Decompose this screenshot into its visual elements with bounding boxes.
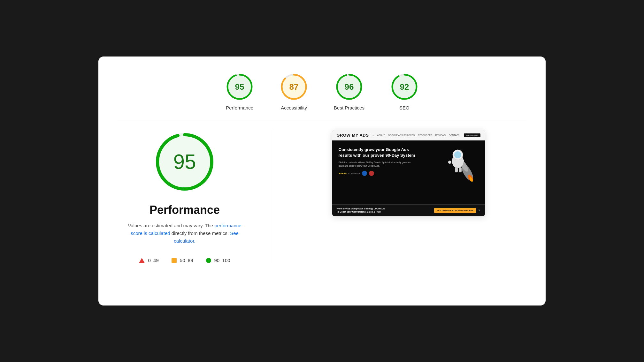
score-item-seo: 92 SEO: [390, 72, 419, 110]
score-item-performance: 95 Performance: [225, 72, 254, 110]
big-title: Performance: [150, 203, 220, 217]
vertical-divider: [271, 130, 271, 263]
preview-banner-close[interactable]: ×: [479, 208, 480, 212]
description: Values are estimated and may vary. The p…: [124, 222, 245, 245]
score-circle-accessibility: 87: [280, 72, 308, 101]
preview-banner-text: Want a FREE Google Ads Strategy UPGRADE …: [337, 207, 388, 214]
legend-item-pass: 90–100: [206, 258, 230, 263]
preview-hero-sub: Ditch the contracts with our 90-Day Grow…: [339, 161, 416, 168]
legend-triangle-icon: [139, 258, 145, 263]
legend-range-fail: 0–49: [148, 258, 158, 263]
score-circle-seo: 92: [390, 72, 419, 101]
divider: [118, 120, 526, 120]
big-performance-circle: 95: [153, 130, 217, 194]
preview-logo: GROW MY ADS: [337, 133, 369, 138]
score-value-seo: 92: [390, 72, 419, 101]
preview-cta-button[interactable]: FREE Analysis: [464, 133, 480, 137]
score-label-best-practices: Best Practices: [334, 105, 364, 110]
description-prefix: Values are estimated and may vary. The: [128, 223, 214, 228]
svg-point-21: [454, 151, 461, 158]
main-window: 95 Performance 87 Accessibility: [98, 57, 546, 305]
legend: 0–4950–8990–100: [139, 258, 230, 263]
badge-2: [369, 171, 374, 176]
legend-square-icon: [172, 258, 177, 263]
review-count: 47 REVIEWS: [349, 172, 360, 174]
right-panel: GROW MY ADS ⌂ABOUTGOOGLE ADS SERVICESRES…: [290, 130, 526, 216]
main-content: 95 Performance Values are estimated and …: [118, 130, 526, 263]
score-circle-performance: 95: [225, 72, 254, 101]
left-panel: 95 Performance Values are estimated and …: [118, 130, 252, 263]
preview-banner: Want a FREE Google Ads Strategy UPGRADE …: [332, 204, 485, 216]
legend-item-fail: 0–49: [139, 258, 158, 263]
star-rating: ★★★★★: [339, 172, 347, 175]
legend-range-pass: 90–100: [214, 258, 230, 263]
preview-banner-actions: YES! UPGRADE MY GOOGLE ADS NOW ×: [434, 208, 480, 213]
site-preview: GROW MY ADS ⌂ABOUTGOOGLE ADS SERVICESRES…: [332, 130, 485, 216]
preview-nav-item-2[interactable]: GOOGLE ADS SERVICES: [388, 134, 415, 136]
legend-item-warn: 50–89: [172, 258, 193, 263]
score-label-performance: Performance: [226, 105, 253, 110]
preview-nav-item-0[interactable]: ⌂: [372, 134, 374, 136]
score-label-accessibility: Accessibility: [281, 105, 307, 110]
preview-nav-item-3[interactable]: RESOURCES: [418, 134, 432, 136]
preview-hero-text: Consistently grow your Google Ads result…: [339, 147, 416, 176]
score-value-performance: 95: [225, 72, 254, 101]
score-item-best-practices: 96 Best Practices: [334, 72, 364, 110]
score-value-accessibility: 87: [280, 72, 308, 101]
legend-circle-icon: [206, 258, 211, 263]
score-value-best-practices: 96: [335, 72, 364, 101]
legend-range-warn: 50–89: [180, 258, 193, 263]
description-middle: directly from these metrics.: [170, 230, 230, 236]
svg-point-24: [448, 161, 451, 164]
preview-badges: ★★★★★ 47 REVIEWS: [339, 171, 416, 176]
score-label-seo: SEO: [399, 105, 410, 110]
preview-nav: ⌂ABOUTGOOGLE ADS SERVICESRESOURCESREVIEW…: [372, 133, 480, 137]
preview-hero-title: Consistently grow your Google Ads result…: [339, 147, 416, 158]
preview-hero-image: [440, 144, 482, 185]
preview-nav-item-5[interactable]: CONTACT: [449, 134, 459, 136]
preview-banner-btn[interactable]: YES! UPGRADE MY GOOGLE ADS NOW: [434, 208, 476, 213]
svg-rect-25: [455, 167, 458, 172]
preview-hero: Consistently grow your Google Ads result…: [332, 140, 485, 204]
score-circle-best-practices: 96: [335, 72, 364, 101]
score-item-accessibility: 87 Accessibility: [280, 72, 308, 110]
badge-1: [362, 171, 367, 176]
preview-nav-item-4[interactable]: REVIEWS: [435, 134, 446, 136]
big-score-value: 95: [153, 130, 217, 194]
svg-rect-26: [459, 167, 462, 172]
scores-row: 95 Performance 87 Accessibility: [118, 72, 526, 110]
preview-nav-item-1[interactable]: ABOUT: [377, 134, 385, 136]
preview-header: GROW MY ADS ⌂ABOUTGOOGLE ADS SERVICESRES…: [332, 130, 485, 140]
